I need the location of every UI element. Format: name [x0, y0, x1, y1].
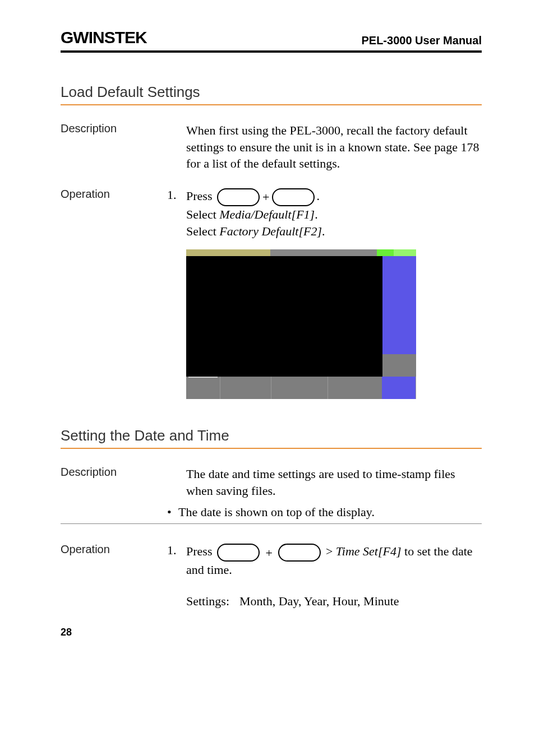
brand-logo: GWINSTEK — [61, 28, 147, 47]
page-number: 28 — [61, 627, 482, 638]
description-text: When first using the PEL-3000, recall th… — [186, 122, 482, 172]
plus-icon: + — [265, 545, 272, 562]
operation-content: Press +. Select Media/Default[F1]. Selec… — [186, 188, 482, 239]
hardware-button-icon — [217, 188, 260, 206]
screenshot-softkeys — [186, 377, 416, 399]
settings-label: Settings: — [186, 593, 239, 610]
section-title-load-default: Load Default Settings — [61, 84, 482, 101]
press-text: Press — [186, 189, 212, 203]
bullet-row: • The date is shown on top of the displa… — [61, 504, 482, 521]
operation-row: Operation 1. Press +. Select Media/Defau… — [61, 188, 482, 239]
header-rule — [61, 50, 482, 53]
menu-path: Factory Default[F2] — [219, 224, 322, 238]
spacer — [61, 504, 167, 521]
manual-page: GWINSTEK PEL-3000 User Manual Load Defau… — [0, 0, 535, 756]
press-text: Press — [186, 544, 212, 558]
operation-label: Operation — [61, 543, 167, 609]
device-screenshot — [186, 249, 416, 399]
period: . — [316, 189, 320, 203]
select-line-1: Select Media/Default[F1]. — [186, 207, 318, 221]
page-header: GWINSTEK PEL-3000 User Manual — [61, 28, 482, 47]
text: Select — [186, 207, 219, 221]
description-text: The date and time settings are used to t… — [186, 466, 482, 499]
spacer — [167, 466, 186, 499]
section-title-date-time: Setting the Date and Time — [61, 427, 482, 444]
operation-label: Operation — [61, 188, 167, 239]
text: . — [322, 224, 325, 238]
thin-rule — [61, 523, 482, 524]
screenshot-titlebar — [186, 249, 416, 256]
bullet-text: The date is shown on top of the display. — [178, 504, 375, 521]
description-row: Description When first using the PEL-300… — [61, 122, 482, 172]
text: . — [315, 207, 318, 221]
step-number: 1. — [167, 543, 186, 609]
spacer — [167, 122, 186, 172]
manual-title: PEL-3000 User Manual — [361, 34, 482, 47]
hardware-button-icon — [272, 188, 315, 206]
screenshot-body — [186, 256, 416, 377]
settings-values: Month, Day, Year, Hour, Minute — [239, 593, 399, 610]
section-rule — [61, 448, 482, 449]
step-number: 1. — [167, 188, 186, 239]
bullet-icon: • — [167, 504, 178, 521]
select-line-2: Select Factory Default[F2]. — [186, 224, 325, 238]
gt-text: > — [322, 544, 335, 558]
hardware-button-icon — [217, 544, 260, 562]
section-rule — [61, 104, 482, 105]
operation-row-2: Operation 1. Press + > Time Set[F4] to s… — [61, 543, 482, 609]
menu-path: Time Set[F4] — [336, 544, 402, 558]
hardware-button-icon — [278, 544, 321, 562]
operation-content: Press + > Time Set[F4] to set the date a… — [186, 543, 482, 609]
settings-row: Settings: Month, Day, Year, Hour, Minute — [186, 593, 482, 610]
plus-icon: + — [262, 189, 269, 206]
text: Select — [186, 224, 219, 238]
description-label: Description — [61, 122, 167, 172]
description-label: Description — [61, 466, 167, 499]
menu-path: Media/Default[F1] — [219, 207, 315, 221]
bullet-item: • The date is shown on top of the displa… — [167, 504, 482, 521]
description-row: Description The date and time settings a… — [61, 466, 482, 499]
